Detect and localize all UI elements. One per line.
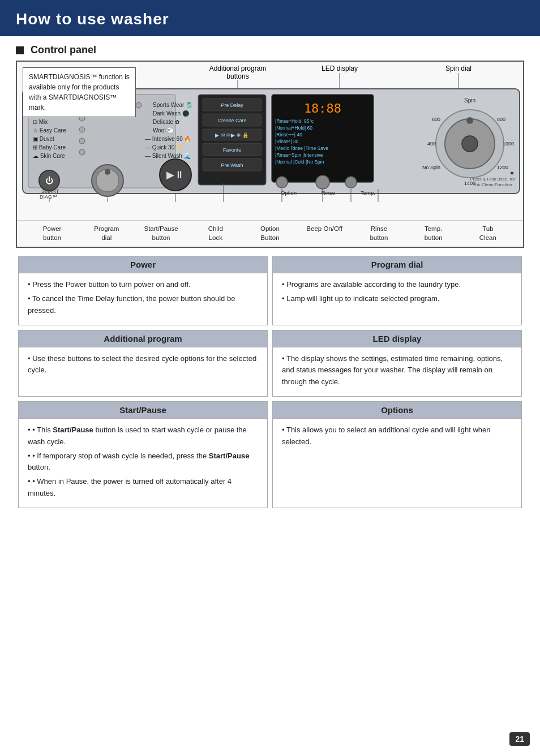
svg-text:Rinse: Rinse <box>322 190 335 196</box>
svg-point-22 <box>79 149 85 155</box>
label-led-display: LED display <box>322 65 358 72</box>
svg-point-66 <box>466 117 473 124</box>
svg-text:⊞ Baby Care: ⊞ Baby Care <box>33 144 66 151</box>
list-item: The display shows the settings, estimate… <box>282 353 512 388</box>
svg-point-21 <box>79 138 85 144</box>
svg-text:18:88: 18:88 <box>304 101 341 115</box>
info-cell-led: LED display The display shows the settin… <box>272 330 522 397</box>
label-temp: Temp.button <box>406 224 461 242</box>
svg-text:Wool 🐑: Wool 🐑 <box>153 127 174 134</box>
svg-text:600: 600 <box>432 117 440 122</box>
svg-text:Tub Clean Function: Tub Clean Function <box>473 182 512 187</box>
info-header-options: Options <box>273 402 521 419</box>
svg-text:Press & Hold 3sec. for: Press & Hold 3sec. for <box>470 177 515 182</box>
svg-point-78 <box>276 177 288 188</box>
button-labels-row: Powerbutton Programdial Start/Pausebutto… <box>17 220 523 247</box>
svg-text:★: ★ <box>509 170 515 176</box>
info-header-additional: Additional program <box>19 330 267 347</box>
svg-text:Temp.: Temp. <box>361 190 375 196</box>
page-header: How to use washer <box>0 0 540 36</box>
info-body-led: The display shows the settings, estimate… <box>273 347 521 396</box>
list-item: Lamp will light up to indicate selected … <box>282 293 512 305</box>
svg-text:SMART: SMART <box>41 188 59 194</box>
info-header-startpause: Start/Pause <box>19 402 267 419</box>
page-title: How to use washer <box>16 10 524 28</box>
svg-point-79 <box>345 177 357 188</box>
svg-text:Favorite: Favorite <box>223 147 242 153</box>
svg-text:400: 400 <box>427 141 436 147</box>
list-item: • When in Pause, the power is turned off… <box>28 476 258 500</box>
svg-text:|Rinse++| 40: |Rinse++| 40 <box>275 132 302 138</box>
svg-text:☆ Easy Care: ☆ Easy Care <box>33 127 66 134</box>
svg-text:Crease Care: Crease Care <box>217 118 246 123</box>
svg-text:buttons: buttons <box>226 72 248 80</box>
info-body-program-dial: Programs are available according to the … <box>273 273 521 313</box>
svg-point-36 <box>105 169 110 175</box>
info-body-options: This allows you to select an additional … <box>273 419 521 456</box>
section-title: Control panel <box>0 36 540 61</box>
label-childlock: ChildLock <box>188 224 243 242</box>
svg-text:— Quick 30 ⚡: — Quick 30 ⚡ <box>145 144 183 151</box>
svg-text:DIAG™: DIAG™ <box>40 194 57 200</box>
page-number: 21 <box>509 732 530 746</box>
control-panel-diagram: SMARTDIAGNOSIS™ function is available on… <box>16 61 524 248</box>
svg-text:|Normal |Cold |No Spin: |Normal |Cold |No Spin <box>275 159 324 165</box>
svg-text:— Silent Wash 🌊: — Silent Wash 🌊 <box>145 152 191 160</box>
label-power: Powerbutton <box>25 224 79 242</box>
info-grid: Power Press the Power button to turn pow… <box>16 254 524 510</box>
info-header-led: LED display <box>273 330 521 347</box>
list-item: Press the Power button to turn power on … <box>28 279 258 291</box>
info-cell-options: Options This allows you to select an add… <box>272 401 522 508</box>
list-item: • This Start/Pause button is used to sta… <box>28 424 258 448</box>
info-body-additional: Use these buttons to select the desired … <box>19 347 267 385</box>
label-option-button: OptionButton <box>243 224 297 242</box>
svg-text:800: 800 <box>497 117 505 122</box>
svg-text:⊡ Mix: ⊡ Mix <box>33 119 48 125</box>
svg-text:|Normal+Hold| 60: |Normal+Hold| 60 <box>275 125 312 131</box>
svg-text:Pre Delay: Pre Delay <box>221 102 243 108</box>
info-cell-additional: Additional program Use these buttons to … <box>18 330 268 397</box>
svg-text:Dark Wash 🌑: Dark Wash 🌑 <box>153 110 190 117</box>
svg-text:|Rinse+Spin |Intensive: |Rinse+Spin |Intensive <box>275 152 323 158</box>
svg-text:Spin: Spin <box>464 97 475 104</box>
label-program-dial: Programdial <box>79 224 134 242</box>
info-header-program-dial: Program dial <box>273 256 521 273</box>
svg-text:|Medic Rinse |Time Save: |Medic Rinse |Time Save <box>275 145 328 151</box>
label-beep: Beep On/Off <box>297 224 352 242</box>
svg-point-18 <box>136 102 142 108</box>
svg-text:— Intensive 60 🔥: — Intensive 60 🔥 <box>145 135 191 143</box>
info-body-startpause: • This Start/Pause button is used to sta… <box>19 419 267 508</box>
info-cell-program-dial: Program dial Programs are available acco… <box>272 256 522 325</box>
label-spin-dial: Spin dial <box>445 65 472 72</box>
svg-point-65 <box>462 136 478 152</box>
label-tub: TubClean <box>461 224 515 242</box>
svg-text:|Rinse*| 30: |Rinse*| 30 <box>275 139 299 144</box>
info-body-power: Press the Power button to turn power on … <box>19 273 267 324</box>
list-item: This allows you to select an additional … <box>282 424 512 448</box>
svg-text:⏻: ⏻ <box>45 176 53 185</box>
label-startpause: Start/Pausebutton <box>134 224 188 242</box>
svg-text:Delicate ✿: Delicate ✿ <box>153 119 179 125</box>
list-item: To cancel the Time Delay function, the p… <box>28 293 258 317</box>
svg-point-20 <box>79 127 85 132</box>
svg-text:▶⏸: ▶⏸ <box>166 169 185 181</box>
info-cell-startpause: Start/Pause • This Start/Pause button is… <box>18 401 268 508</box>
info-cell-power: Power Press the Power button to turn pow… <box>18 256 268 325</box>
svg-text:1200: 1200 <box>497 165 508 170</box>
svg-text:▣ Duvet: ▣ Duvet <box>33 136 54 142</box>
label-rinse: Rinsebutton <box>352 224 406 242</box>
svg-text:Option: Option <box>281 190 297 196</box>
svg-point-59 <box>316 175 329 189</box>
svg-text:1000: 1000 <box>503 141 514 147</box>
info-header-power: Power <box>19 256 267 273</box>
svg-text:No Spin: No Spin <box>422 165 440 170</box>
section-square-icon <box>16 46 24 54</box>
svg-text:▶ ✉ ✉▶ ❄ 🔒: ▶ ✉ ✉▶ ❄ 🔒 <box>215 132 249 139</box>
svg-text:|Rinse+Hold| 95°c: |Rinse+Hold| 95°c <box>275 118 314 124</box>
list-item: • If temporary stop of wash cycle is nee… <box>28 450 258 474</box>
list-item: Use these buttons to select the desired … <box>28 353 258 377</box>
smartdiagnosis-callout: SMARTDIAGNOSIS™ function is available on… <box>23 67 136 117</box>
svg-text:Pre Wash: Pre Wash <box>221 162 243 168</box>
list-item: Programs are available according to the … <box>282 279 512 291</box>
svg-text:☁ Skin Care: ☁ Skin Care <box>33 153 65 159</box>
